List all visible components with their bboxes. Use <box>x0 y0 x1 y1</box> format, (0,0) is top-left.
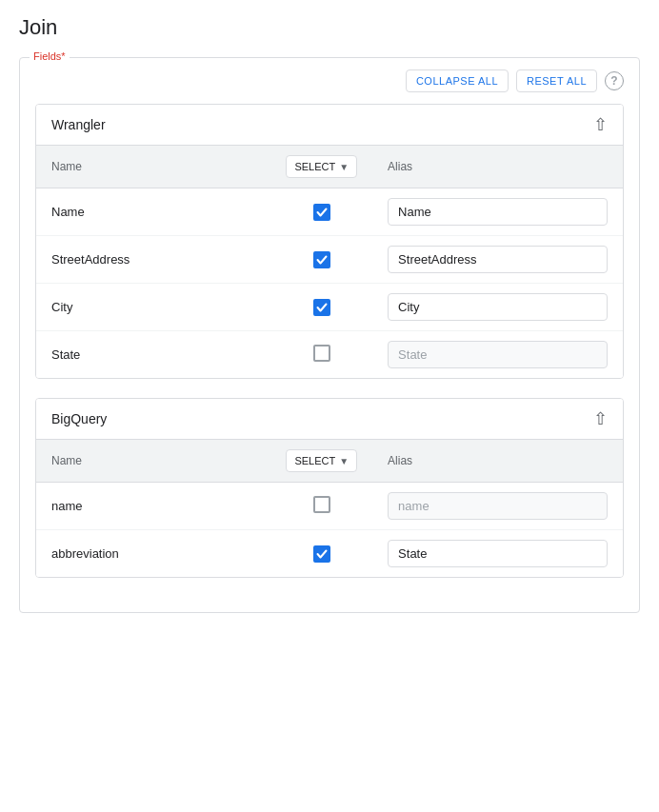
table-row: City <box>36 284 623 331</box>
field-name-wrangler-2: City <box>36 284 270 331</box>
col-select-header-bigquery: SELECT ▼ <box>270 440 372 483</box>
checkbox-wrapper-bigquery-1[interactable] <box>313 545 330 563</box>
fields-table-wrangler: Name SELECT ▼ Alias Name StreetAddres <box>36 145 623 378</box>
checkbox-cell-bigquery-0 <box>270 483 372 530</box>
alias-input-bigquery-1[interactable] <box>388 540 608 567</box>
checkbox-wrangler-3[interactable] <box>313 345 330 362</box>
checkbox-bigquery-0[interactable] <box>313 496 330 513</box>
checkbox-cell-wrangler-3 <box>270 331 372 379</box>
col-alias-header-bigquery: Alias <box>372 440 623 483</box>
checkbox-wrapper-wrangler-2[interactable] <box>313 299 330 316</box>
source-card-wrangler: Wrangler ⇧ Name SELECT ▼ Alias Name <box>35 104 624 379</box>
checkbox-wrapper-wrangler-0[interactable] <box>313 204 330 221</box>
col-name-header-bigquery: Name <box>36 440 270 483</box>
fields-table-bigquery: Name SELECT ▼ Alias name abbreviation <box>36 439 623 577</box>
source-header-wrangler[interactable]: Wrangler ⇧ <box>36 105 623 145</box>
fields-section: Fields* COLLAPSE ALL RESET ALL ? Wrangle… <box>19 57 640 613</box>
sources-container: Wrangler ⇧ Name SELECT ▼ Alias Name <box>35 104 624 578</box>
col-alias-header-wrangler: Alias <box>372 146 623 188</box>
table-row: StreetAddress <box>36 236 623 284</box>
fields-label: Fields* <box>30 50 70 62</box>
toolbar: COLLAPSE ALL RESET ALL ? <box>35 69 624 92</box>
alias-cell-wrangler-1 <box>372 236 623 284</box>
checkbox-wrapper-wrangler-1[interactable] <box>313 251 330 268</box>
alias-cell-wrangler-0 <box>372 188 623 236</box>
col-select-header-wrangler: SELECT ▼ <box>270 146 372 188</box>
select-btn-bigquery[interactable]: SELECT ▼ <box>286 449 357 472</box>
alias-input-wrangler-3[interactable] <box>388 341 608 368</box>
alias-cell-wrangler-3 <box>372 331 623 379</box>
field-name-wrangler-0: Name <box>36 188 270 236</box>
checkbox-cell-wrangler-0 <box>270 188 372 236</box>
checkbox-wrangler-0[interactable] <box>313 204 330 221</box>
table-row: Name <box>36 188 623 236</box>
col-name-header-wrangler: Name <box>36 146 270 188</box>
checkbox-cell-bigquery-1 <box>270 530 372 578</box>
checkbox-cell-wrangler-2 <box>270 284 372 331</box>
source-title-bigquery: BigQuery <box>51 411 107 426</box>
table-row: name <box>36 483 623 530</box>
source-header-bigquery[interactable]: BigQuery ⇧ <box>36 399 623 439</box>
alias-input-wrangler-2[interactable] <box>388 293 608 321</box>
alias-cell-bigquery-0 <box>372 483 623 530</box>
checkbox-cell-wrangler-1 <box>270 236 372 284</box>
page-title: Join <box>19 15 640 40</box>
reset-all-button[interactable]: RESET ALL <box>516 69 597 92</box>
alias-input-wrangler-0[interactable] <box>388 198 608 226</box>
checkbox-wrangler-2[interactable] <box>313 299 330 316</box>
select-arrow-bigquery: ▼ <box>339 456 349 466</box>
alias-cell-wrangler-2 <box>372 284 623 331</box>
source-card-bigquery: BigQuery ⇧ Name SELECT ▼ Alias name <box>35 398 624 578</box>
table-row: State <box>36 331 623 379</box>
checkbox-wrapper-bigquery-0[interactable] <box>313 496 330 513</box>
alias-input-bigquery-0[interactable] <box>388 492 608 520</box>
source-title-wrangler: Wrangler <box>51 117 106 132</box>
checkbox-wrangler-1[interactable] <box>313 251 330 268</box>
alias-input-wrangler-1[interactable] <box>388 246 608 273</box>
chevron-icon-bigquery: ⇧ <box>593 410 608 427</box>
chevron-icon-wrangler: ⇧ <box>593 116 608 133</box>
alias-cell-bigquery-1 <box>372 530 623 578</box>
checkbox-bigquery-1[interactable] <box>313 545 330 563</box>
help-icon[interactable]: ? <box>605 71 624 90</box>
select-btn-wrangler[interactable]: SELECT ▼ <box>286 155 357 178</box>
table-row: abbreviation <box>36 530 623 578</box>
field-name-bigquery-1: abbreviation <box>36 530 270 578</box>
field-name-wrangler-1: StreetAddress <box>36 236 270 284</box>
field-name-wrangler-3: State <box>36 331 270 379</box>
checkbox-wrapper-wrangler-3[interactable] <box>313 345 330 362</box>
collapse-all-button[interactable]: COLLAPSE ALL <box>406 69 509 92</box>
field-name-bigquery-0: name <box>36 483 270 530</box>
select-arrow-wrangler: ▼ <box>339 162 349 172</box>
